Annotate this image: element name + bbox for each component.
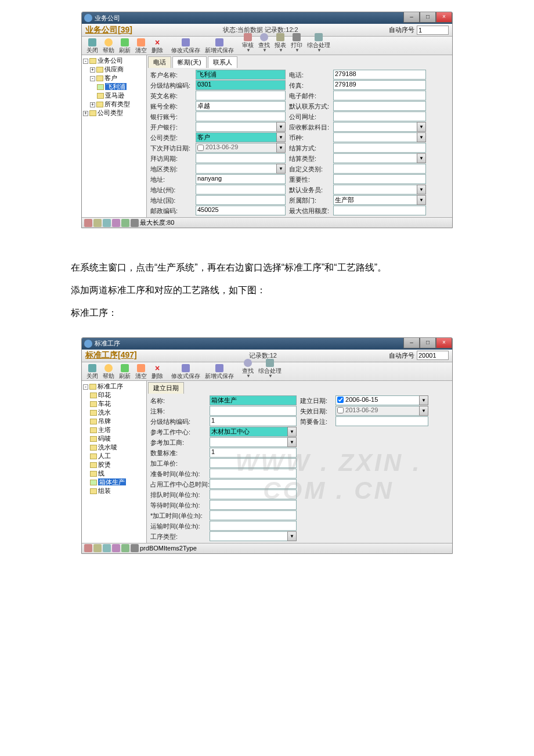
tree-node[interactable]: 主塔 (83, 426, 145, 434)
chevron-down-icon[interactable]: ▼ (276, 164, 286, 174)
tree-panel[interactable]: -标准工序 印花车花洗水吊牌主塔码唛洗水唛人工胶烫线箱体生产组装 (82, 381, 147, 543)
input-custom-cat[interactable] (333, 164, 426, 174)
chevron-down-icon[interactable]: ▼ (276, 132, 286, 142)
clear-button[interactable]: 清空 (133, 364, 149, 380)
input-phone[interactable]: 279188 (333, 70, 426, 80)
input-proc-time[interactable] (210, 510, 297, 520)
search-button[interactable]: 查找▼ (240, 359, 256, 380)
chevron-down-icon[interactable]: ▼ (417, 122, 426, 132)
input-ar-account[interactable] (333, 122, 426, 132)
input-brief[interactable] (335, 416, 428, 426)
refresh-button[interactable]: 刷新 (117, 364, 133, 380)
auto-seq-input[interactable] (417, 26, 449, 35)
expand-icon[interactable]: - (83, 384, 88, 390)
input-open-bank[interactable] (196, 122, 286, 132)
expand-icon[interactable]: - (83, 59, 88, 64)
save-add-button[interactable]: 新增式保存 (203, 364, 236, 380)
expand-icon[interactable]: + (83, 111, 88, 116)
input-proc-price[interactable] (210, 458, 297, 468)
input-create-date[interactable]: 2006-06-15 (335, 395, 428, 405)
input-occ-time[interactable] (210, 479, 297, 489)
chevron-down-icon[interactable]: ▼ (276, 143, 286, 153)
input-default-contact[interactable] (333, 101, 426, 111)
tab-contact[interactable]: 联系人 (208, 56, 237, 68)
input-ref-mfr[interactable] (210, 437, 297, 447)
clear-button[interactable]: 清空 (133, 38, 149, 55)
input-addr-country[interactable] (196, 195, 286, 205)
chevron-down-icon[interactable]: ▼ (276, 122, 286, 132)
input-website[interactable] (333, 111, 426, 121)
input-default-sales[interactable] (333, 185, 426, 195)
chevron-down-icon[interactable]: ▼ (417, 132, 426, 142)
tree-node[interactable]: 车花 (83, 399, 145, 408)
tab-account-period[interactable]: 帐期(天) (172, 56, 206, 68)
input-prep-time[interactable] (210, 469, 297, 478)
delete-button[interactable]: ×删除 (149, 38, 165, 55)
input-trans-time[interactable] (210, 521, 297, 531)
input-class-code[interactable]: 1 (210, 416, 297, 426)
input-queue-time[interactable] (210, 489, 297, 499)
help-button[interactable]: 帮助 (100, 364, 117, 380)
window-close-button[interactable]: × (436, 12, 452, 23)
search-button[interactable]: 查找▼ (256, 33, 272, 55)
input-email[interactable] (333, 91, 426, 100)
save-edit-button[interactable]: 修改式保存 (169, 364, 203, 380)
save-add-button[interactable]: 新增式保存 (203, 38, 236, 55)
input-addr-state[interactable] (196, 185, 286, 195)
tree-node[interactable]: 箱体生产 (83, 478, 145, 487)
input-settle-type[interactable] (333, 153, 426, 163)
expand-icon[interactable]: - (90, 76, 95, 81)
print-button[interactable]: 打印▼ (288, 33, 305, 55)
minimize-button[interactable]: – (403, 338, 420, 348)
auto-seq-input[interactable] (417, 351, 449, 360)
input-next-visit[interactable]: 2013-06-29 (196, 143, 286, 153)
tree-node[interactable]: 码唛 (83, 434, 145, 443)
tree-node-company-type[interactable]: +公司类型 (83, 109, 145, 117)
help-button[interactable]: 帮助 (100, 38, 117, 55)
maximize-button[interactable]: □ (420, 338, 436, 348)
chevron-down-icon[interactable]: ▼ (419, 395, 428, 405)
close-button[interactable]: 关闭 (84, 364, 100, 380)
input-expire-date[interactable]: 2013-06-29 (335, 406, 428, 416)
delete-button[interactable]: ×删除 (149, 364, 165, 380)
audit-button[interactable]: 审核▼ (240, 33, 256, 55)
tree-node-customer[interactable]: -客户 (83, 74, 145, 82)
input-acct-full[interactable]: 卓越 (196, 101, 286, 111)
input-wait-time[interactable] (210, 500, 297, 510)
input-proc-type[interactable] (210, 531, 297, 541)
tree-root[interactable]: -业务公司 (83, 56, 145, 65)
refresh-button[interactable]: 刷新 (117, 38, 133, 55)
input-name[interactable]: 箱体生产 (210, 395, 297, 405)
save-edit-button[interactable]: 修改式保存 (169, 38, 203, 55)
input-note[interactable] (210, 406, 297, 416)
input-address[interactable]: nanyang (196, 174, 286, 184)
tree-panel[interactable]: -业务公司 +供应商 -客户 飞利浦 亚马逊 +所有类型 +公司类型 (82, 55, 147, 217)
maximize-button[interactable]: □ (420, 12, 436, 23)
input-postcode[interactable]: 450025 (196, 206, 286, 215)
chevron-down-icon[interactable]: ▼ (287, 531, 297, 541)
date-checkbox[interactable] (337, 407, 344, 413)
input-credit-limit[interactable] (333, 206, 426, 215)
tree-node-supplier[interactable]: +供应商 (83, 65, 145, 74)
expand-icon[interactable]: + (90, 67, 95, 73)
report-button[interactable]: 报表▼ (272, 33, 288, 55)
tab-phone[interactable]: 电话 (148, 56, 171, 68)
tree-node-all-types[interactable]: +所有类型 (83, 100, 145, 109)
input-qty-std[interactable]: 1 (210, 448, 297, 458)
input-fax[interactable]: 279189 (333, 80, 426, 90)
tree-node[interactable]: 胶烫 (83, 460, 145, 469)
chevron-down-icon[interactable]: ▼ (417, 153, 426, 163)
input-region[interactable] (196, 164, 286, 174)
tab-create-date[interactable]: 建立日期 (148, 382, 184, 394)
input-en-name[interactable] (196, 91, 286, 100)
tree-node[interactable]: 组装 (83, 487, 145, 495)
chevron-down-icon[interactable]: ▼ (287, 427, 297, 437)
chevron-down-icon[interactable]: ▼ (287, 437, 297, 447)
input-ref-wc[interactable]: 木材加工中心 (210, 427, 297, 437)
composite-button[interactable]: 综合处理▼ (305, 33, 333, 55)
tree-node-feilipu[interactable]: 飞利浦 (83, 82, 145, 91)
tree-root[interactable]: -标准工序 (83, 382, 145, 391)
input-currency[interactable] (333, 132, 426, 142)
expand-icon[interactable]: + (90, 102, 95, 107)
tree-node[interactable]: 线 (83, 469, 145, 478)
